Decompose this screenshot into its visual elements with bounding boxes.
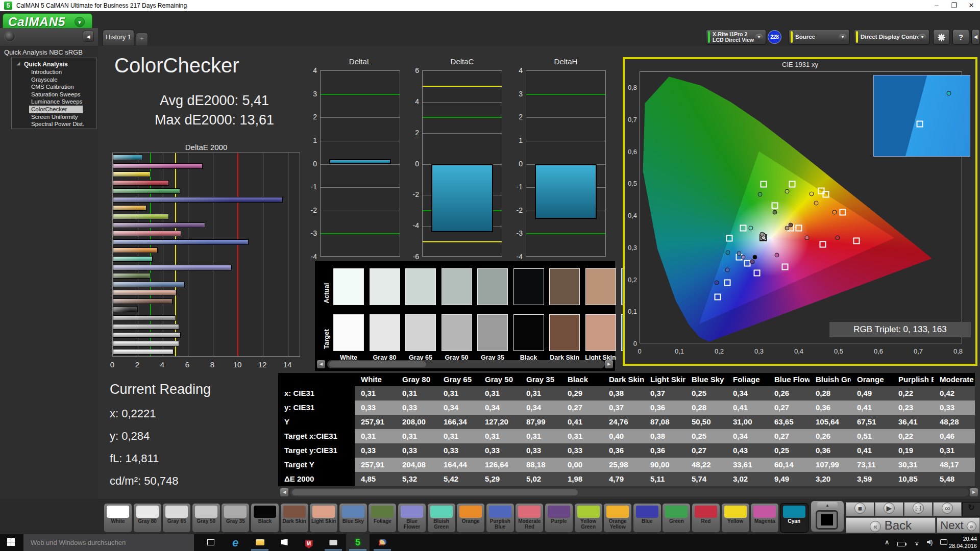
sidebar-item-cms-calibration[interactable]: CMS Calibration [12,83,96,91]
gridline [263,153,263,356]
patch-button-yellow[interactable]: Yellow [721,503,750,533]
patch-button-white[interactable]: White [104,503,132,533]
sidebar-item-introduction[interactable]: Introduction [12,68,96,76]
speaker-icon[interactable]: ) [927,538,933,546]
windows-store-icon[interactable] [273,534,296,551]
logo-dropdown-icon[interactable]: ▼ [75,17,85,27]
calman-taskbar-icon[interactable]: 5 [346,534,370,551]
patch-label: Gray 80 [134,519,161,524]
refresh-button[interactable]: ↻ [962,502,980,516]
axis-tick-label: -4 [305,253,317,261]
table-cell: 0,41 [851,400,892,415]
meter-dropdown[interactable]: X-Rite i1Pro 2 LCD Direct View ▼ [706,29,766,45]
sidebar-item-spectral-power-dist-[interactable]: Spectral Power Dist. [12,120,96,128]
column-header: Blue Flower [768,373,810,386]
sidebar-collapse-button[interactable]: ◀ [83,31,94,42]
patch-button-blue-sky[interactable]: Blue Sky [339,503,368,533]
table-header-row: WhiteGray 80Gray 65Gray 50Gray 35BlackDa… [278,373,975,386]
tab-history-1[interactable]: History 1 [103,30,134,45]
patch-button-magenta[interactable]: Magenta [750,503,779,533]
patch-button-orange-yellow[interactable]: Orange Yellow [603,503,632,533]
sidebar-item-grayscale[interactable]: Grayscale [12,76,96,84]
task-view-icon[interactable] [199,534,223,551]
edge-browser-icon[interactable]: e [224,534,247,551]
display-control-dropdown[interactable]: Direct Display Control ▼ [854,29,929,45]
collapse-right-button[interactable]: ◀ [971,29,980,45]
sidebar-item-saturation-sweeps[interactable]: Saturation Sweeps [12,91,96,98]
patch-button-gray-80[interactable]: Gray 80 [133,503,162,533]
patch-button-orange[interactable]: Orange [456,503,485,533]
stop-square-button[interactable] [816,510,838,530]
axis-tick-label: 0,1 [620,308,637,315]
restore-button[interactable]: ❐ [945,0,963,11]
record-button[interactable] [4,31,15,42]
source-dropdown[interactable]: Source ▼ [789,29,850,45]
patch-button-blue-flower[interactable]: Blue Flower [398,503,426,533]
table-scroll-left-arrow[interactable]: ◀ [280,488,288,496]
taskbar-clock[interactable]: 20:44 28.04.2016 [944,535,977,549]
table-cell: 5,48 [934,472,975,486]
deltae-chart [112,153,300,357]
monitor-app-icon[interactable] [322,534,345,551]
step-button[interactable]: [··] [904,502,933,516]
gridline [288,153,288,356]
patch-button-black[interactable]: Black [251,503,279,533]
start-button[interactable] [0,534,23,551]
back-button[interactable]: « Back [846,517,936,533]
patch-label: Bluish Green [428,519,455,530]
patch-button-cyan[interactable]: Cyan [780,503,808,533]
sidebar-item-luminance-sweeps[interactable]: Luminance Sweeps [12,98,96,106]
row-label: Target Y [278,458,355,472]
patch-button-dark-skin[interactable]: Dark Skin [280,503,309,533]
sidebar-item-screen-uniformity[interactable]: Screen Uniformity [12,113,96,121]
mcafee-icon[interactable]: M [297,534,321,551]
patch-button-red[interactable]: Red [692,503,720,533]
minimize-button[interactable]: – [928,0,945,11]
collapse-up-icon[interactable]: ▲ [817,502,838,509]
deltah-chart [526,70,606,257]
meter-count-badge[interactable]: 228 [768,30,781,44]
next-button[interactable]: Next » [937,517,980,533]
tray-chevron-icon[interactable]: ∧ [885,538,890,546]
reference-line [526,94,605,95]
tree-root-item[interactable]: ◢Quick Analysis [12,61,96,68]
file-explorer-icon[interactable] [248,534,272,551]
column-header: Gray 65 [437,373,479,386]
patch-button-light-skin[interactable]: Light Skin [309,503,338,533]
patch-button-moderate-red[interactable]: Moderate Red [515,503,544,533]
add-tab-button[interactable]: + [136,33,148,45]
swatch-scrollbar[interactable] [327,360,605,368]
workflow-title: Quick Analysis NBC sRGB [4,48,83,56]
axis-tick-label: 10 [233,360,242,369]
table-scroll-right-arrow[interactable]: ▶ [970,488,978,496]
patch-button-gray-50[interactable]: Gray 50 [192,503,220,533]
patch-button-yellow-green[interactable]: Yellow Green [574,503,603,533]
paint-palette-icon[interactable] [371,534,394,551]
close-button[interactable]: ✕ [963,0,980,11]
settings-button[interactable] [933,29,950,45]
continuous-button[interactable]: ∞ [933,502,962,516]
patch-button-bluish-green[interactable]: Bluish Green [427,503,456,533]
deltal-chart [320,70,400,257]
patch-button-gray-65[interactable]: Gray 65 [162,503,191,533]
swatch-scroll-right-arrow[interactable]: ▶ [605,360,613,368]
wifi-icon[interactable] [914,539,921,547]
table-scrollbar-thumb[interactable] [292,489,578,495]
taskbar-search-input[interactable]: Web und Windows durchsuchen [23,534,194,551]
patch-button-blue[interactable]: Blue [633,503,662,533]
patch-button-green[interactable]: Green [662,503,691,533]
patch-button-purplish-blue[interactable]: Purplish Blue [486,503,514,533]
battery-icon[interactable] [897,540,905,548]
swatch-scrollbar-thumb[interactable] [329,361,426,367]
table-scrollbar[interactable] [290,488,969,496]
table-cell: 0,34 [520,400,561,415]
swatch-scroll-left-arrow[interactable]: ◀ [317,360,325,368]
play-button[interactable]: ▶ [875,502,903,516]
patch-button-foliage[interactable]: Foliage [368,503,397,533]
patch-button-purple[interactable]: Purple [545,503,573,533]
help-button[interactable]: ? [952,29,969,45]
table-cell: 0,28 [685,400,727,415]
patch-button-gray-35[interactable]: Gray 35 [221,503,250,533]
stop-measure-button[interactable]: ◼ [846,502,874,516]
sidebar-item-colorchecker[interactable]: ColorChecker [29,106,83,113]
